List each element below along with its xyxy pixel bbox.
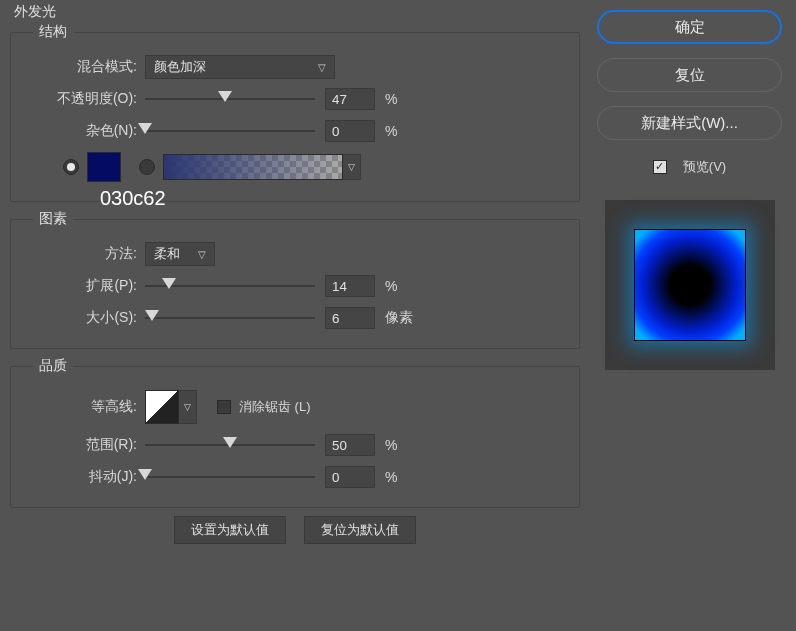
antialias-checkbox[interactable] xyxy=(217,400,231,414)
technique-value: 柔和 xyxy=(154,245,180,263)
chevron-down-icon: ▽ xyxy=(198,249,206,260)
jitter-input[interactable] xyxy=(325,466,375,488)
size-unit: 像素 xyxy=(385,309,413,327)
preview-swatch xyxy=(634,229,746,341)
opacity-unit: % xyxy=(385,91,397,107)
quality-group: 品质 等高线: ▽ 消除锯齿 (L) 范围(R): % 抖动(J): xyxy=(10,357,580,508)
slider-thumb-icon[interactable] xyxy=(138,123,152,134)
make-default-button[interactable]: 设置为默认值 xyxy=(174,516,286,544)
noise-input[interactable] xyxy=(325,120,375,142)
slider-thumb-icon[interactable] xyxy=(145,310,159,321)
slider-thumb-icon[interactable] xyxy=(162,278,176,289)
size-slider[interactable] xyxy=(145,308,315,328)
new-style-button[interactable]: 新建样式(W)... xyxy=(597,106,782,140)
technique-select[interactable]: 柔和 ▽ xyxy=(145,242,215,266)
elements-legend: 图素 xyxy=(33,210,73,228)
chevron-down-icon: ▽ xyxy=(318,62,326,73)
spread-input[interactable] xyxy=(325,275,375,297)
jitter-slider[interactable] xyxy=(145,467,315,487)
color-radio[interactable] xyxy=(63,159,79,175)
noise-label: 杂色(N): xyxy=(25,122,145,140)
range-input[interactable] xyxy=(325,434,375,456)
gradient-radio[interactable] xyxy=(139,159,155,175)
range-label: 范围(R): xyxy=(25,436,145,454)
antialias-label: 消除锯齿 (L) xyxy=(239,398,311,416)
opacity-slider[interactable] xyxy=(145,89,315,109)
color-hex-label: 030c62 xyxy=(100,187,166,210)
opacity-input[interactable] xyxy=(325,88,375,110)
contour-label: 等高线: xyxy=(25,398,145,416)
color-swatch[interactable] xyxy=(87,152,121,182)
range-unit: % xyxy=(385,437,397,453)
blend-mode-label: 混合模式: xyxy=(25,58,145,76)
blend-mode-select[interactable]: 颜色加深 ▽ xyxy=(145,55,335,79)
panel-title: 外发光 xyxy=(10,3,580,21)
range-slider[interactable] xyxy=(145,435,315,455)
contour-picker[interactable] xyxy=(145,390,179,424)
preview-checkbox[interactable] xyxy=(653,160,667,174)
reset-default-button[interactable]: 复位为默认值 xyxy=(304,516,416,544)
noise-unit: % xyxy=(385,123,397,139)
preview-box xyxy=(605,200,775,370)
jitter-unit: % xyxy=(385,469,397,485)
preview-label: 预览(V) xyxy=(683,158,726,176)
slider-thumb-icon[interactable] xyxy=(218,91,232,102)
technique-label: 方法: xyxy=(25,245,145,263)
gradient-picker[interactable] xyxy=(163,154,343,180)
elements-group: 图素 方法: 柔和 ▽ 扩展(P): % 大小(S): 像素 xyxy=(10,210,580,349)
slider-thumb-icon[interactable] xyxy=(223,437,237,448)
reset-button[interactable]: 复位 xyxy=(597,58,782,92)
size-label: 大小(S): xyxy=(25,309,145,327)
blend-mode-value: 颜色加深 xyxy=(154,58,206,76)
contour-dropdown[interactable]: ▽ xyxy=(179,390,197,424)
slider-thumb-icon[interactable] xyxy=(138,469,152,480)
size-input[interactable] xyxy=(325,307,375,329)
structure-group: 结构 混合模式: 颜色加深 ▽ 不透明度(O): % 杂色(N): xyxy=(10,23,580,202)
quality-legend: 品质 xyxy=(33,357,73,375)
spread-slider[interactable] xyxy=(145,276,315,296)
ok-button[interactable]: 确定 xyxy=(597,10,782,44)
gradient-dropdown[interactable]: ▽ xyxy=(343,154,361,180)
opacity-label: 不透明度(O): xyxy=(25,90,145,108)
jitter-label: 抖动(J): xyxy=(25,468,145,486)
spread-label: 扩展(P): xyxy=(25,277,145,295)
noise-slider[interactable] xyxy=(145,121,315,141)
structure-legend: 结构 xyxy=(33,23,73,41)
spread-unit: % xyxy=(385,278,397,294)
